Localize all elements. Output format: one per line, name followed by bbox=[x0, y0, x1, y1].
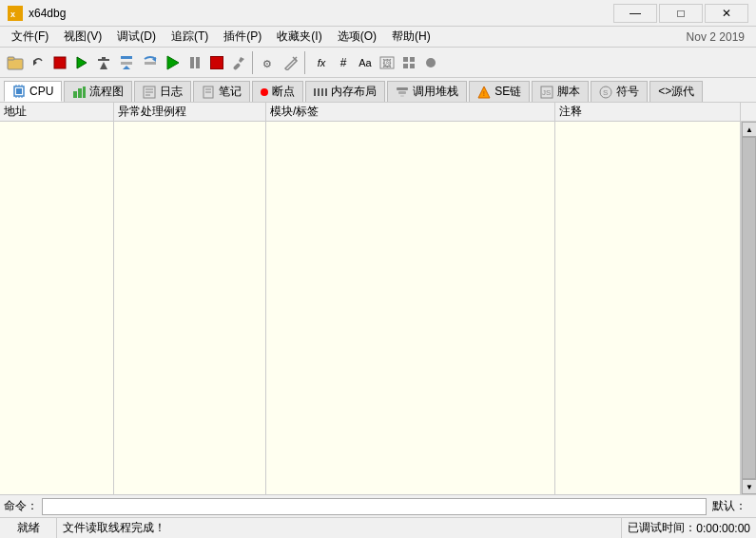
tab-cpu[interactable]: CPU bbox=[4, 81, 62, 102]
callstack-icon bbox=[396, 86, 409, 99]
tb-hash[interactable]: # bbox=[333, 51, 354, 74]
svg-rect-2 bbox=[8, 59, 23, 69]
menu-favorites[interactable]: 收藏夹(I) bbox=[269, 27, 329, 47]
tb-execute[interactable] bbox=[163, 51, 184, 74]
tab-callstack[interactable]: 调用堆栈 bbox=[387, 81, 467, 102]
menu-trace[interactable]: 追踪(T) bbox=[164, 27, 216, 47]
tb-img[interactable]: 🖼 bbox=[377, 51, 397, 74]
svg-rect-28 bbox=[16, 88, 22, 94]
svg-rect-23 bbox=[403, 57, 408, 62]
tb-pause[interactable] bbox=[184, 51, 205, 74]
tab-graph[interactable]: 流程图 bbox=[64, 81, 132, 102]
tb-patch[interactable] bbox=[281, 51, 301, 74]
main-area: 地址 异常处理例程 模块/标签 注释 ▲ ▼ bbox=[0, 103, 756, 494]
toolbar-separator-1 bbox=[252, 51, 256, 74]
svg-marker-15 bbox=[167, 56, 179, 69]
svg-rect-37 bbox=[83, 86, 86, 98]
col-exception bbox=[114, 122, 266, 494]
tab-breakpoints[interactable]: 断点 bbox=[252, 81, 303, 102]
tb-disasm[interactable]: ⚙ bbox=[259, 51, 280, 74]
tab-seh-label: SE链 bbox=[494, 84, 521, 100]
tab-notes-label: 笔记 bbox=[219, 84, 242, 100]
tab-log-label: 日志 bbox=[160, 84, 183, 100]
toolbar-separator-2 bbox=[304, 51, 308, 74]
svg-rect-8 bbox=[102, 57, 106, 61]
tab-memory-label: 内存布局 bbox=[331, 84, 377, 100]
pause-icon bbox=[188, 55, 202, 70]
svg-rect-18 bbox=[233, 62, 241, 69]
attach-icon bbox=[96, 55, 111, 70]
maximize-button[interactable]: □ bbox=[659, 4, 703, 23]
patch-icon bbox=[283, 55, 299, 70]
tab-symbol[interactable]: S 符号 bbox=[591, 81, 648, 102]
svg-rect-36 bbox=[78, 88, 82, 98]
close-button[interactable]: ✕ bbox=[705, 4, 748, 23]
tab-memory[interactable]: 内存布局 bbox=[305, 81, 385, 102]
cmd-label: 命令： bbox=[4, 498, 38, 514]
menu-help[interactable]: 帮助(H) bbox=[384, 27, 438, 47]
tab-script[interactable]: JS 脚本 bbox=[532, 81, 589, 102]
menu-view[interactable]: 视图(V) bbox=[56, 27, 109, 47]
tb-aa[interactable]: Aa bbox=[355, 51, 376, 74]
svg-text:!: ! bbox=[483, 89, 486, 98]
cmd-default-label: 默认： bbox=[707, 498, 752, 514]
tb-something[interactable] bbox=[228, 51, 249, 74]
menu-plugin[interactable]: 插件(P) bbox=[216, 27, 269, 47]
tb-undo[interactable] bbox=[28, 51, 48, 74]
notes-icon bbox=[202, 86, 215, 99]
tb-grid[interactable] bbox=[398, 51, 419, 74]
tab-notes[interactable]: 笔记 bbox=[193, 81, 250, 102]
tab-graph-label: 流程图 bbox=[89, 84, 124, 100]
menu-date: Nov 2 2019 bbox=[687, 30, 752, 44]
col-note bbox=[555, 122, 741, 494]
tb-red-stop[interactable] bbox=[206, 51, 227, 74]
cmd-input[interactable] bbox=[42, 498, 707, 515]
svg-rect-14 bbox=[145, 62, 156, 65]
col-header-module: 模块/标签 bbox=[266, 103, 555, 121]
tab-cpu-label: CPU bbox=[29, 85, 53, 98]
menu-debug[interactable]: 调试(D) bbox=[109, 27, 164, 47]
svg-rect-5 bbox=[54, 57, 66, 68]
tb-step-into[interactable] bbox=[115, 51, 138, 74]
app-icon: x bbox=[8, 6, 23, 21]
scrollbar-up-arrow[interactable]: ▲ bbox=[742, 122, 756, 137]
col-header-addr: 地址 bbox=[0, 103, 114, 121]
tb-restart[interactable] bbox=[71, 51, 92, 74]
col-addr bbox=[0, 122, 114, 494]
svg-rect-16 bbox=[190, 57, 194, 68]
col-header-exception: 异常处理例程 bbox=[114, 103, 266, 121]
cpu-icon bbox=[12, 85, 26, 98]
tab-script-label: 脚本 bbox=[557, 84, 580, 100]
svg-marker-9 bbox=[100, 62, 107, 69]
graph-icon bbox=[72, 86, 86, 99]
tb-fx[interactable]: fx bbox=[311, 51, 332, 74]
scrollbar-thumb[interactable] bbox=[742, 137, 756, 479]
svg-rect-46 bbox=[398, 91, 406, 94]
tb-step-over[interactable] bbox=[139, 51, 162, 74]
scrollbar-down-arrow[interactable]: ▼ bbox=[742, 479, 756, 494]
svg-rect-24 bbox=[410, 57, 415, 62]
minimize-button[interactable]: — bbox=[613, 4, 657, 23]
tb-dot[interactable] bbox=[420, 51, 441, 74]
status-bar: 就绪 文件读取线程完成！ 已调试时间： 0:00:00:00 bbox=[0, 517, 756, 538]
wrench-icon bbox=[231, 55, 246, 70]
title-bar: x x64dbg — □ ✕ bbox=[0, 0, 756, 27]
status-ready: 就绪 bbox=[0, 518, 57, 539]
script-icon: JS bbox=[540, 86, 553, 99]
table-header: 地址 异常处理例程 模块/标签 注释 bbox=[0, 103, 756, 122]
menu-file[interactable]: 文件(F) bbox=[4, 27, 56, 47]
tab-source[interactable]: <>源代 bbox=[649, 81, 703, 102]
tab-symbol-label: 符号 bbox=[616, 84, 639, 100]
tab-log[interactable]: 日志 bbox=[134, 81, 191, 102]
menu-options[interactable]: 选项(O) bbox=[330, 27, 384, 47]
tb-open[interactable] bbox=[4, 51, 27, 74]
window-controls: — □ ✕ bbox=[613, 4, 748, 23]
breakpoint-dot-icon bbox=[261, 88, 268, 96]
svg-rect-35 bbox=[73, 91, 77, 98]
tab-seh[interactable]: ! SE链 bbox=[469, 81, 530, 102]
svg-text:⚙: ⚙ bbox=[262, 58, 272, 69]
tb-attach[interactable] bbox=[93, 51, 114, 74]
tb-stop[interactable] bbox=[49, 51, 70, 74]
svg-rect-3 bbox=[8, 57, 14, 60]
tab-breakpoints-label: 断点 bbox=[272, 84, 295, 100]
